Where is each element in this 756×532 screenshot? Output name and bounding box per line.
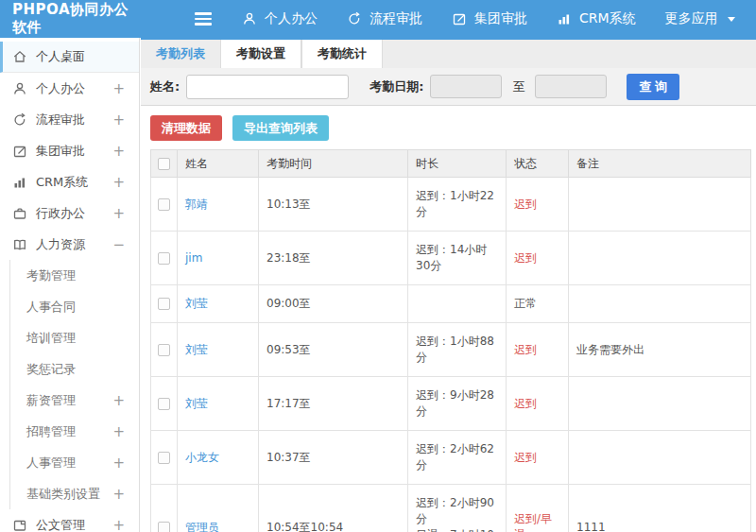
export-list-button[interactable]: 导出查询列表 <box>232 115 329 141</box>
row-checkbox[interactable] <box>158 344 170 356</box>
attendance-time: 10:13至 <box>259 178 408 232</box>
main-content: 考勤列表 考勤设置 考勤统计 姓名: 考勤日期: 至 查 询 清理数据 导出查询… <box>141 38 756 532</box>
chart-icon <box>557 11 572 26</box>
sidebar-item-personal-office[interactable]: 个人办公 + <box>0 73 139 104</box>
sidebar-item-group-approval[interactable]: 集团审批 + <box>0 135 139 166</box>
tab-bar: 考勤列表 考勤设置 考勤统计 <box>141 38 756 68</box>
submenu-item-salary[interactable]: 薪资管理 + <box>10 385 139 416</box>
expand-icon[interactable]: + <box>112 80 125 97</box>
submenu-item-attendance[interactable]: 考勤管理 <box>10 260 139 291</box>
clean-data-button[interactable]: 清理数据 <box>150 115 222 141</box>
top-nav-personal-office[interactable]: 个人办公 <box>242 10 318 27</box>
note <box>569 285 751 323</box>
row-checkbox[interactable] <box>158 452 170 464</box>
status-badge: 正常 <box>507 285 569 323</box>
date-filter-label: 考勤日期: <box>369 78 423 95</box>
expand-icon[interactable]: + <box>112 517 125 532</box>
submenu-item-base-categories[interactable]: 基础类别设置 + <box>10 478 139 509</box>
employee-name-link[interactable]: jim <box>185 251 202 265</box>
caret-down-icon <box>728 17 735 22</box>
top-nav-workflow-approval[interactable]: 流程审批 <box>347 10 422 27</box>
row-checkbox[interactable] <box>158 398 170 410</box>
expand-icon[interactable]: + <box>112 205 125 222</box>
row-checkbox[interactable] <box>158 252 170 265</box>
submenu-item-personnel[interactable]: 人事管理 + <box>10 447 139 478</box>
tab-attendance-statistics[interactable]: 考勤统计 <box>301 40 383 68</box>
row-checkbox[interactable] <box>158 298 170 310</box>
submenu-item-rewards[interactable]: 奖惩记录 <box>10 353 139 385</box>
sidebar-item-label: 个人桌面 <box>36 48 85 65</box>
column-header-note: 备注 <box>569 150 751 178</box>
submenu-item-recruitment[interactable]: 招聘管理 + <box>10 416 139 447</box>
expand-icon[interactable]: + <box>112 174 125 191</box>
select-all-checkbox[interactable] <box>158 158 170 170</box>
sidebar-item-personal-desktop[interactable]: 个人桌面 <box>0 42 139 73</box>
sidebar-item-admin-office[interactable]: 行政办公 + <box>0 197 139 229</box>
attendance-time: 10:37至 <box>259 431 408 485</box>
employee-name-link[interactable]: 小龙女 <box>185 451 219 464</box>
attendance-time: 09:53至 <box>259 323 408 377</box>
document-icon <box>12 518 27 532</box>
employee-name-link[interactable]: 刘莹 <box>185 297 208 310</box>
note <box>569 178 751 232</box>
expand-icon[interactable]: + <box>112 423 125 440</box>
date-to-input[interactable] <box>535 75 607 98</box>
flow-icon <box>347 11 362 26</box>
top-nav-more-apps[interactable]: 更多应用 <box>665 10 735 27</box>
sidebar-item-label: 人力资源 <box>36 236 85 253</box>
submenu-item-label: 招聘管理 <box>26 423 76 440</box>
row-checkbox[interactable] <box>158 198 170 211</box>
name-filter-input[interactable] <box>186 75 349 99</box>
sidebar-item-label: 行政办公 <box>36 205 85 222</box>
submenu-item-label: 人事管理 <box>26 455 76 472</box>
expand-icon[interactable]: + <box>112 392 125 409</box>
submenu-item-label: 基础类别设置 <box>26 486 100 503</box>
duration: 迟到：1小时88分 <box>408 323 507 377</box>
user-icon <box>12 81 27 96</box>
sidebar-item-documents[interactable]: 公文管理 + <box>0 509 139 532</box>
duration: 迟到：2小时62分 <box>408 431 507 485</box>
employee-name-link[interactable]: 刘莹 <box>185 343 208 356</box>
duration: 迟到：1小时22分 <box>408 178 507 232</box>
top-nav-label: 流程审批 <box>369 10 422 27</box>
attendance-time: 09:00至 <box>259 285 408 323</box>
sidebar-item-workflow-approval[interactable]: 流程审批 + <box>0 104 139 135</box>
table-row: 管理员 10:54至10:54 迟到：2小时90分 早退：7小时10分 迟到/早… <box>151 485 751 532</box>
duration: 迟到：9小时28分 <box>408 377 507 431</box>
sidebar: 个人桌面 个人办公 + 流程审批 + 集团审批 + CRM系统 + <box>0 38 140 532</box>
attendance-time: 23:18至 <box>259 232 408 285</box>
employee-name-link[interactable]: 郭靖 <box>185 197 208 211</box>
table-row: 小龙女 10:37至 迟到：2小时62分 迟到 <box>151 431 751 485</box>
query-button[interactable]: 查 询 <box>627 74 679 100</box>
sidebar-item-crm[interactable]: CRM系统 + <box>0 166 139 197</box>
submenu-item-hr-contract[interactable]: 人事合同 <box>10 291 139 322</box>
tab-attendance-settings[interactable]: 考勤设置 <box>220 40 301 68</box>
submenu-item-training[interactable]: 培训管理 <box>10 322 139 353</box>
status-badge: 迟到 <box>507 232 569 285</box>
hr-submenu: 考勤管理 人事合同 培训管理 奖惩记录 薪资管理 + 招聘管理 + 人事管理 +… <box>9 260 139 509</box>
note <box>569 232 751 285</box>
tab-attendance-list[interactable]: 考勤列表 <box>141 40 220 68</box>
table-row: 刘莹 09:00至 正常 <box>151 285 751 323</box>
table-row: 刘莹 09:53至 迟到：1小时88分 迟到 业务需要外出 <box>151 323 751 377</box>
attendance-time: 10:54至10:54 <box>259 485 408 532</box>
employee-name-link[interactable]: 刘莹 <box>185 397 208 410</box>
submenu-item-label: 培训管理 <box>26 330 76 347</box>
menu-toggle-icon[interactable] <box>195 12 212 26</box>
expand-icon[interactable]: + <box>112 486 125 503</box>
edit-icon <box>12 144 27 159</box>
expand-icon[interactable]: + <box>112 143 125 160</box>
sidebar-item-human-resources[interactable]: 人力资源 − <box>0 229 139 260</box>
expand-icon[interactable]: + <box>112 455 125 472</box>
top-nav-crm[interactable]: CRM系统 <box>557 10 636 27</box>
date-from-input[interactable] <box>430 75 502 98</box>
table-row: jim 23:18至 迟到：14小时30分 迟到 <box>151 232 751 285</box>
employee-name-link[interactable]: 管理员 <box>185 521 219 532</box>
row-checkbox[interactable] <box>158 522 170 532</box>
expand-icon[interactable]: + <box>112 112 125 129</box>
filter-bar: 姓名: 考勤日期: 至 查 询 <box>141 68 756 106</box>
top-nav-group-approval[interactable]: 集团审批 <box>452 10 527 27</box>
user-icon <box>242 11 257 26</box>
home-icon <box>12 49 27 64</box>
collapse-icon[interactable]: − <box>112 236 125 253</box>
